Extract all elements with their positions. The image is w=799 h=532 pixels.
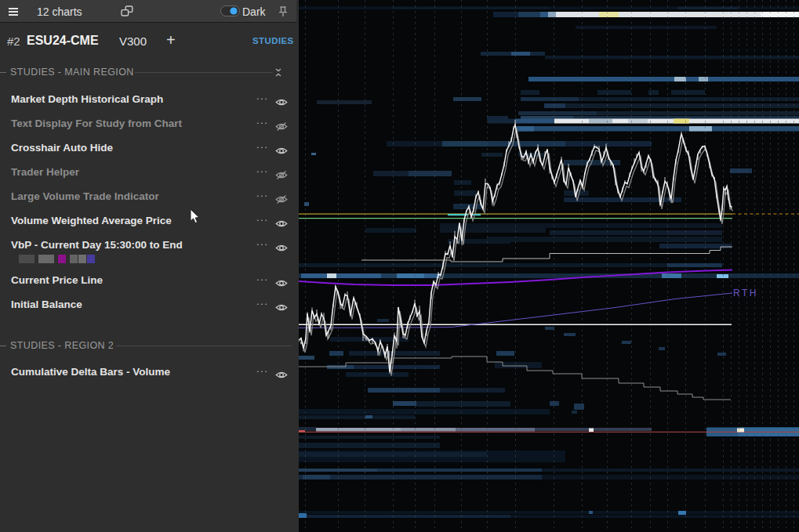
svg-text:RTH: RTH [733, 288, 758, 299]
